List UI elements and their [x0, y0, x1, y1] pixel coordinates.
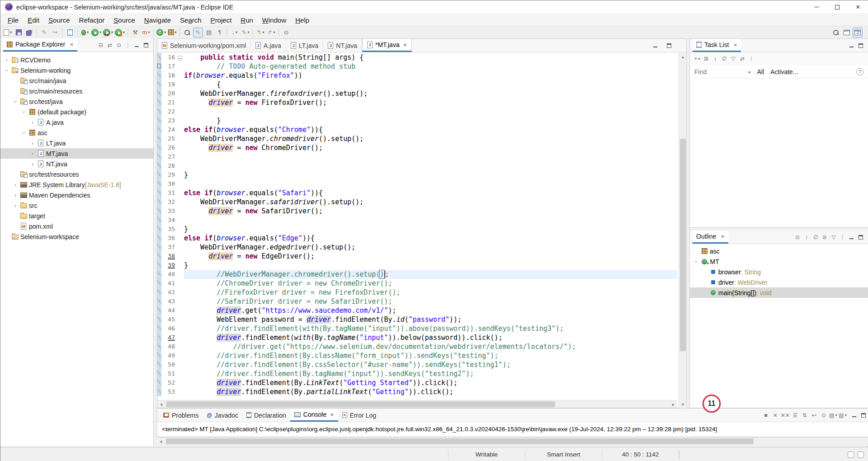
maximize-editor-icon[interactable] [665, 42, 673, 50]
code-line-30[interactable]: 30 [157, 179, 677, 188]
remove-launch-icon[interactable]: ✕ [771, 411, 779, 419]
open-task-button[interactable] [182, 28, 192, 38]
clear-console-icon[interactable]: ☰ [791, 411, 799, 419]
collapse-all-icon[interactable]: ⊟ [97, 41, 105, 49]
code-line-25[interactable]: 25 WebDriverManager.chromedriver().setup… [157, 134, 677, 143]
forward-button[interactable]: ↱▾ [266, 28, 276, 38]
tab-task-list[interactable]: Task List ✕ [693, 39, 741, 52]
chevron-expanded-icon[interactable]: › [693, 258, 699, 265]
outline-item-main-string-[interactable]: main(String[]) : void [690, 287, 868, 298]
explorer-item-jre-system-library[interactable]: ›JRE System Library [JavaSE-1.8] [0, 179, 153, 190]
outline-item-driver[interactable]: driver : WebDriver [690, 277, 868, 287]
mark-occurrences-toggle[interactable]: ✎ [193, 28, 203, 38]
view-menu-icon[interactable]: ⋮ [124, 41, 132, 49]
chevron-collapsed-icon[interactable]: › [3, 57, 10, 63]
code-line-52[interactable]: 52 driver.findElement(By.LinkText("Getti… [157, 378, 677, 387]
explorer-item-src-main-resources[interactable]: src/main/resources [0, 86, 153, 96]
explorer-item-selenium-working[interactable]: ›Selenium-working [0, 65, 153, 75]
hide-static-icon[interactable]: ⊘ [821, 233, 829, 241]
explorer-item-rcvdemo[interactable]: ›RCVDemo [0, 55, 153, 65]
menu-help[interactable]: Help [291, 15, 314, 25]
display-selected-console-icon[interactable]: ▤▾ [829, 411, 837, 419]
chevron-collapsed-icon[interactable]: › [29, 140, 36, 146]
chevron-collapsed-icon[interactable]: › [29, 151, 36, 157]
show-whitespace-toggle[interactable]: ¶ [215, 28, 225, 38]
code-line-21[interactable]: 21 driver = new FirefoxDriver(); [157, 98, 677, 107]
search-button[interactable] [831, 28, 841, 38]
explorer-item-a-java[interactable]: ›JA.java [0, 117, 153, 127]
explorer-item-lt-java[interactable]: ›JLT.java [0, 138, 153, 148]
explorer-item-mt-java[interactable]: ›JMT.java [0, 148, 153, 159]
code-line-49[interactable]: 49 //driver.findElement(By.className("fo… [157, 351, 677, 360]
code-line-29[interactable]: 29} [157, 170, 677, 179]
debug-button[interactable]: ▾ [80, 28, 90, 38]
console-tab-declaration[interactable]: Declaration [242, 409, 290, 422]
maximize-button[interactable] [827, 0, 848, 14]
menu-source[interactable]: Source [44, 15, 75, 25]
explorer-item-asc[interactable]: ›asc [0, 127, 153, 138]
maven-run-button[interactable]: m▾ [141, 28, 151, 38]
explorer-item-src-test-java[interactable]: ›src/test/java [0, 96, 153, 107]
minimize-view-icon[interactable] [850, 411, 859, 419]
explorer-item-pom-xml[interactable]: Mpom.xml [0, 221, 153, 231]
focus-icon[interactable]: ⊙ [793, 233, 802, 241]
sash-left[interactable] [154, 38, 157, 446]
sort-icon[interactable]: ↕ [711, 55, 719, 63]
pin-editor-button[interactable]: ⊙ [281, 28, 291, 38]
editor-tab-selenium-working-pom-xml[interactable]: MSelenium-working/pom.xml [157, 39, 251, 52]
code-line-38[interactable]: 38 driver = new EdgeDriver(); [157, 252, 677, 261]
back-button[interactable]: ↰▾ [255, 28, 265, 38]
maximize-view-icon[interactable] [859, 411, 868, 419]
code-line-53[interactable]: 53 driver.findElement(By.partialLinkText… [157, 387, 677, 396]
code-line-48[interactable]: 48 //driver.get("https://www.selenium.de… [157, 342, 677, 351]
tab-outline[interactable]: Outline ✕ [693, 230, 728, 244]
minimize-view-icon[interactable] [848, 233, 856, 241]
categorized-icon[interactable]: ⊞ [702, 55, 710, 63]
code-line-27[interactable]: 27 [157, 152, 677, 161]
expand-all-icon[interactable]: ▸ [749, 70, 751, 74]
console-tab-javadoc[interactable]: @Javadoc [203, 409, 242, 422]
code-line-23[interactable]: 23 } [157, 116, 677, 125]
chevron-expanded-icon[interactable]: › [21, 129, 27, 136]
code-line-31[interactable]: 31else if(browser.equals("Safari")){ [157, 188, 677, 198]
maximize-view-icon[interactable] [857, 42, 865, 50]
code-line-40[interactable]: 40 //WebDriverManager.chromedriver().set… [157, 270, 677, 279]
code-line-44[interactable]: 44 driver.get("https://www.saucedemo.com… [157, 306, 677, 315]
profile-button[interactable]: ▾ [114, 28, 125, 38]
minimize-view-icon[interactable] [133, 41, 141, 49]
explorer-item-src-main-java[interactable]: src/main/java [0, 75, 153, 86]
filter-icon[interactable]: ▽ [729, 55, 737, 63]
explorer-item-src-test-resources[interactable]: src/test/resources [0, 169, 153, 179]
code-line-20[interactable]: 20 WebDriverManager.firefoxdriver().setu… [157, 89, 677, 98]
editor-tab-nt-java[interactable]: JNT.java [323, 39, 362, 52]
chevron-collapsed-icon[interactable]: › [12, 192, 19, 198]
chevron-expanded-icon[interactable]: › [4, 67, 10, 74]
explorer-item-selenium-workspace[interactable]: Selenium-workspace [0, 231, 153, 242]
remove-all-terminated-icon[interactable]: ✕✕ [781, 411, 790, 419]
code-line-17[interactable]: 17 // TODO Auto-generated method stub [157, 62, 677, 71]
open-console-view-button[interactable] [65, 28, 75, 38]
code-line-41[interactable]: 41 //ChromeDriver driver = new ChromeDri… [157, 279, 677, 288]
code-line-36[interactable]: 36else if(browser.equals("Edge")){ [157, 234, 677, 243]
pin-console-icon[interactable]: ⊙ [820, 411, 828, 419]
last-edit-location-button[interactable]: ✎▾ [241, 28, 250, 38]
code-line-43[interactable]: 43 //SafariDriver driver = new SafariDri… [157, 297, 677, 306]
code-line-45[interactable]: 45 WebElement password = driver.findElem… [157, 315, 677, 324]
code-line-26[interactable]: 26 driver = new ChromeDriver(); [157, 143, 677, 152]
console-tab-console[interactable]: Console✕ [290, 409, 338, 422]
code-line-35[interactable]: 35} [157, 225, 677, 234]
revert-hand-button[interactable]: ↪ [50, 28, 60, 38]
code-line-34[interactable]: 34 [157, 216, 677, 225]
scroll-lock-icon[interactable]: ⇅ [801, 411, 809, 419]
open-console-icon[interactable]: ▤▾ [839, 411, 847, 419]
next-annotation-button[interactable]: ↓▾ [230, 28, 240, 38]
editor-tab--mt-java[interactable]: J*MT.java✕ [362, 39, 412, 52]
outline-item-browser[interactable]: browser : String [690, 267, 868, 277]
chevron-collapsed-icon[interactable]: › [29, 161, 36, 167]
code-line-42[interactable]: 42 //FirefoxDriver driver = new FirefoxD… [157, 288, 677, 297]
explorer-item--default-package-[interactable]: ›(default package) [0, 107, 153, 117]
tab-package-explorer[interactable]: Package Explorer ✕ [3, 38, 77, 52]
new-task-icon[interactable]: +▾ [693, 55, 701, 63]
explorer-item-src[interactable]: ›src [0, 200, 153, 211]
view-menu-icon[interactable]: ⋮ [747, 55, 755, 63]
